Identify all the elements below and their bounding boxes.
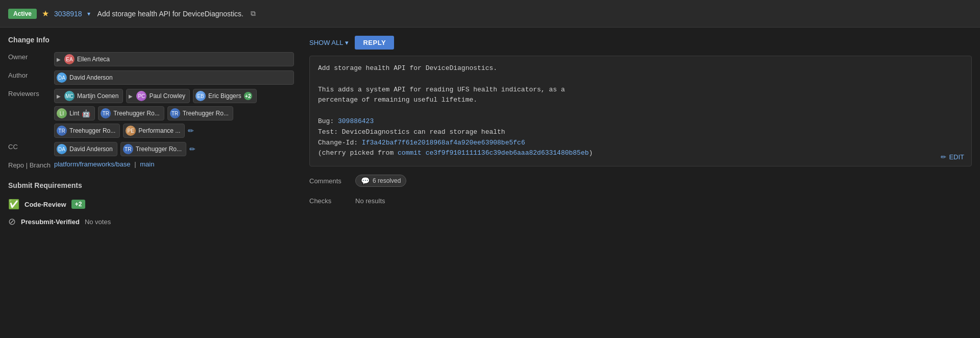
header-bar: Active ★ 3038918 ▾ Add storage health AP…: [0, 0, 980, 28]
reviewer-chip-eric[interactable]: EB Eric Biggers +2: [193, 89, 257, 103]
edit-label: EDIT: [949, 153, 964, 161]
change-info-title: Change Info: [8, 36, 294, 44]
code-review-pass-icon: ✅: [8, 199, 19, 210]
cherry-pick-prefix: (cherry picked from: [318, 149, 398, 157]
cc-edit-icon[interactable]: ✏: [189, 145, 195, 153]
owner-name: Ellen Arteca: [77, 56, 110, 63]
commit-link[interactable]: commit ce3f9f9101111136c39deb6aaa82d6331…: [398, 149, 589, 157]
edit-button[interactable]: ✏ EDIT: [941, 153, 964, 161]
repo-branch-link[interactable]: main: [140, 160, 154, 168]
presubmit-label: Presubmit-Verified: [21, 218, 80, 226]
right-top-bar: SHOW ALL ▾ REPLY: [309, 36, 972, 50]
repo-value: platform/frameworks/base | main: [54, 158, 294, 171]
reviewers-label: Reviewers: [8, 87, 54, 140]
reviewers-edit-icon[interactable]: ✏: [188, 127, 194, 135]
reviewer-avatar-lint: LI: [57, 108, 67, 118]
reviewer-name-paul: Paul Crowley: [149, 92, 185, 100]
commit-cherry-pick-line: (cherry picked from commit ce3f9f9101111…: [318, 148, 963, 159]
reviewers-row: Reviewers ▶ MC Martijn Coenen ▶: [8, 87, 294, 140]
commit-line-1: Add storage health API for DeviceDiagnos…: [318, 63, 963, 74]
checks-value: No results: [355, 197, 385, 205]
submit-req-title: Submit Requirements: [8, 181, 294, 189]
repo-path-link[interactable]: platform/frameworks/base: [54, 160, 131, 168]
reviewer-name-eric: Eric Biggers: [208, 92, 241, 100]
chip-arrow-icon: ▶: [57, 93, 61, 99]
cc-chip-tr[interactable]: TR Treehugger Ro...: [120, 142, 186, 156]
reviewer-avatar-pe: PE: [126, 126, 136, 136]
show-all-arrow: ▾: [345, 39, 349, 46]
main-content: Change Info Owner ▶ EA Ellen Arteca: [0, 28, 980, 230]
reviewer-name-tr1: Treehugger Ro...: [113, 110, 159, 117]
active-badge: Active: [8, 9, 37, 19]
reviewer-avatar-tr2: TR: [170, 108, 180, 118]
resolved-badge[interactable]: 💬 6 resolved: [355, 175, 406, 187]
author-value: DA David Anderson: [54, 68, 294, 87]
checks-label: Checks: [309, 197, 350, 205]
code-review-value: +2: [71, 200, 86, 209]
show-all-label: SHOW ALL: [309, 39, 343, 46]
cc-avatar-tr: TR: [123, 144, 133, 154]
commit-bug-line: Bug: 309886423: [318, 116, 963, 127]
reviewer-avatar-eb: EB: [195, 91, 206, 101]
reviewer-avatar-tr3: TR: [57, 126, 67, 136]
cc-value: DA David Anderson TR Treehugger Ro... ✏: [54, 140, 294, 158]
reviewer-chip-lint[interactable]: LI Lint 🤖: [54, 106, 95, 120]
cc-avatar-da: DA: [57, 144, 67, 154]
author-label: Author: [8, 68, 54, 87]
checks-row: Checks No results: [309, 195, 972, 207]
author-row: Author DA David Anderson: [8, 68, 294, 87]
comments-label: Comments: [309, 177, 350, 185]
change-number-link[interactable]: 3038918: [54, 10, 82, 18]
author-chip[interactable]: DA David Anderson: [54, 70, 294, 85]
bug-number-link[interactable]: 309886423: [338, 117, 374, 125]
cc-row: CC DA David Anderson TR Treehugger Ro...: [8, 140, 294, 158]
reviewer-chip-tr2[interactable]: TR Treehugger Ro...: [167, 106, 233, 120]
edit-pencil-icon: ✏: [941, 153, 946, 161]
presubmit-blocked-icon: ⊘: [8, 216, 16, 227]
owner-row: Owner ▶ EA Ellen Arteca: [8, 50, 294, 68]
author-avatar: DA: [57, 73, 67, 83]
show-all-button[interactable]: SHOW ALL ▾: [309, 39, 349, 46]
cherry-pick-suffix: ): [589, 149, 593, 157]
reviewer-chip-tr1[interactable]: TR Treehugger Ro...: [98, 106, 164, 120]
reviewer-chip-paul[interactable]: ▶ PC Paul Crowley: [126, 89, 190, 103]
pipe-separator: |: [134, 160, 136, 168]
cc-label: CC: [8, 140, 54, 158]
reviewer-avatar-tr1: TR: [101, 108, 111, 118]
owner-label: Owner: [8, 50, 54, 68]
commit-line-3: This adds a system API for reading UFS h…: [318, 85, 963, 95]
star-icon[interactable]: ★: [42, 9, 49, 18]
author-name: David Anderson: [69, 74, 113, 81]
reviewer-chip-tr3[interactable]: TR Treehugger Ro...: [54, 124, 120, 138]
submit-req-code-review: ✅ Code-Review +2: [8, 196, 294, 213]
right-panel: SHOW ALL ▾ REPLY Add storage health API …: [294, 36, 972, 230]
repo-row: Repo | Branch platform/frameworks/base |…: [8, 158, 294, 171]
commit-test-line: Test: DeviceDiagnostics can read storage…: [318, 127, 963, 138]
bug-label: Bug:: [318, 117, 338, 125]
left-panel: Change Info Owner ▶ EA Ellen Arteca: [8, 36, 294, 230]
copy-icon[interactable]: ⧉: [251, 9, 256, 18]
reviewer-name-lint: Lint: [69, 110, 79, 117]
comments-row: Comments 💬 6 resolved: [309, 173, 972, 189]
resolved-count: 6 resolved: [373, 177, 401, 184]
owner-value: ▶ EA Ellen Arteca: [54, 50, 294, 68]
reviewers-value: ▶ MC Martijn Coenen ▶ PC Paul Crowley: [54, 87, 294, 140]
change-id-link[interactable]: If3a42baf7f61e2018968af4a920ee63908be5fc…: [362, 139, 525, 147]
submit-requirements-section: Submit Requirements ✅ Code-Review +2 ⊘ P…: [8, 181, 294, 230]
cc-chip-david[interactable]: DA David Anderson: [54, 142, 117, 156]
owner-chip[interactable]: ▶ EA Ellen Arteca: [54, 52, 294, 66]
dropdown-arrow[interactable]: ▾: [87, 10, 90, 17]
header-title: Add storage health API for DeviceDiagnos…: [97, 10, 243, 18]
reviewer-chip-perf[interactable]: PE Performance ...: [123, 124, 185, 138]
comment-icon: 💬: [361, 177, 370, 185]
reviewer-name-martijn: Martijn Coenen: [77, 92, 118, 100]
commit-message-box: Add storage health API for DeviceDiagnos…: [309, 56, 972, 166]
reviewer-chip-martijn[interactable]: ▶ MC Martijn Coenen: [54, 89, 123, 103]
cc-name-tr: Treehugger Ro...: [136, 146, 182, 153]
commit-change-id-line: Change-Id: If3a42baf7f61e2018968af4a920e…: [318, 138, 963, 149]
reply-button[interactable]: REPLY: [355, 36, 394, 50]
chip-arrow-icon: ▶: [129, 93, 133, 99]
chip-arrow-icon: ▶: [57, 57, 61, 62]
bot-icon: 🤖: [82, 109, 90, 117]
change-id-label: Change-Id:: [318, 139, 362, 147]
